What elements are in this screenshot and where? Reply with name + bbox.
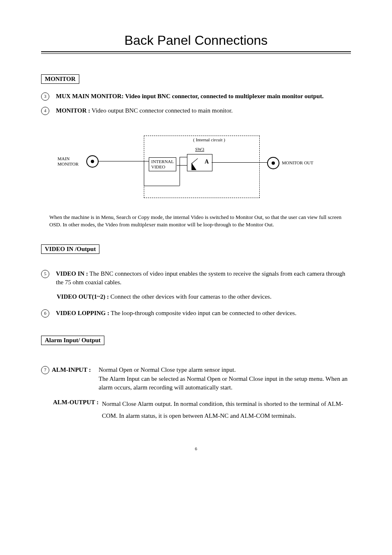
item-6-label: VIDEO LOPPING : (56, 310, 109, 316)
item-5-desc: The BNC connectors of video input enable… (56, 270, 345, 286)
diagram-wire (144, 186, 180, 186)
diagram-label-sw3: SW3 (195, 147, 204, 152)
item-3-number: 3 (41, 92, 49, 101)
page-number: 6 (41, 446, 351, 451)
diagram-internal-video-box: INTERNAL VIDEO (149, 157, 176, 171)
page: Back Panel Connections MONITOR 3 MUX MAI… (0, 0, 392, 476)
section-heading-monitor: MONITOR (41, 74, 79, 84)
item-6-desc: The loop-through composite video input c… (111, 310, 297, 316)
title-rule-thick (41, 51, 351, 52)
diagram-wire (212, 162, 267, 163)
title-rule-thin (41, 53, 351, 54)
item-3-desc: Video input BNC connector, connected to … (125, 93, 323, 99)
item-4-number: 4 (41, 107, 49, 115)
item-6-text: VIDEO LOPPING : The loop-through composi… (56, 309, 296, 318)
section-heading-alarm: Alarm Input/ Output (41, 336, 104, 345)
alm-input-label: ALM-INPUT : (52, 366, 91, 375)
video-out-label: VIDEO OUT(1~2) : (57, 293, 109, 300)
video-out-desc: Connect the other devices with four came… (111, 293, 272, 300)
diagram-wire (144, 161, 144, 186)
item-4-desc: Video output BNC connector connected to … (92, 107, 233, 114)
diagram-wire (180, 157, 187, 157)
diagram-iv-l1: INTERNAL (151, 159, 174, 164)
diagram-main-l1: MAIN (58, 156, 69, 161)
alm-input-desc: Normal Open or Normal Close type alarm s… (99, 366, 351, 392)
item-3-text: MUX MAIN MONITOR: Video input BNC connec… (56, 92, 323, 101)
diagram-label-a: A (205, 159, 209, 166)
video-out-row: VIDEO OUT(1~2) : Connect the other devic… (57, 292, 351, 302)
diagram-wire (98, 161, 144, 161)
diagram-wire (180, 157, 180, 186)
item-4-label: MONITOR : (56, 107, 90, 114)
page-title: Back Panel Connections (41, 33, 351, 48)
alm-input-row: 7 ALM-INPUT : Normal Open or Normal Clos… (41, 366, 351, 392)
diagram-switch-arrow (191, 163, 196, 170)
alm-output-row: ALM-OUTPUT : Normal Close Alarm output. … (41, 398, 351, 421)
alm-output-label: ALM-OUTPUT : (41, 398, 102, 407)
item-5-row: 5 VIDEO IN : The BNC connectors of video… (41, 269, 351, 287)
bnc-dot (91, 160, 94, 163)
item-5-text: VIDEO IN : The BNC connectors of video i… (56, 269, 351, 287)
section-heading-video: VIDEO IN /Output (41, 244, 99, 254)
item-3-row: 3 MUX MAIN MONITOR: Video input BNC conn… (41, 92, 351, 101)
item-4-row: 4 MONITOR : Video output BNC connector c… (41, 106, 351, 115)
item-6-row: 6 VIDEO LOPPING : The loop-through compo… (41, 309, 351, 318)
monitor-diagram: MAIN MONITOR ( Internal circuit ) SW3 IN… (58, 131, 337, 201)
diagram-wire (177, 165, 187, 166)
diagram-label-monitor-out: MONITOR OUT (282, 160, 314, 166)
item-3-label: MUX MAIN MONITOR: (56, 93, 124, 99)
alm-output-desc: Normal Close Alarm output. In normal con… (102, 398, 351, 421)
diagram-iv-l2: VIDEO (151, 164, 165, 169)
item-6-number: 6 (41, 309, 49, 318)
diagram-label-main-monitor: MAIN MONITOR (58, 156, 78, 167)
diagram-label-internal-circuit: ( Internal circuit ) (193, 137, 225, 143)
diagram-main-l2: MONITOR (58, 161, 78, 166)
item-7-number: 7 (41, 366, 49, 374)
bnc-monitor-out (267, 157, 279, 169)
diagram-wire (144, 161, 149, 161)
item-5-number: 5 (41, 270, 49, 278)
bnc-main-monitor (86, 155, 99, 168)
bnc-dot (272, 161, 275, 165)
item-4-text: MONITOR : Video output BNC connector con… (56, 106, 233, 115)
monitor-note: When the machine is in Menu, Search or C… (49, 214, 351, 228)
item-5-label: VIDEO IN : (56, 270, 88, 277)
